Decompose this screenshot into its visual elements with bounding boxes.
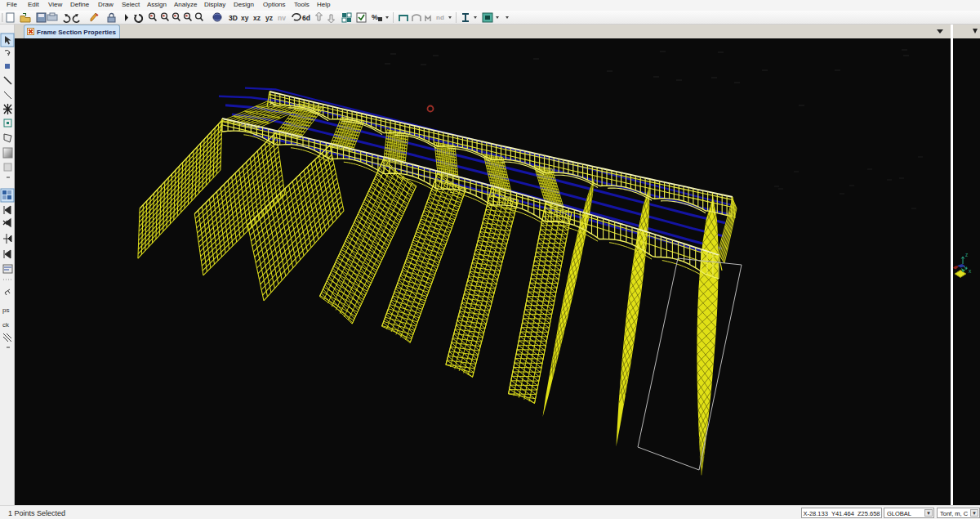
svg-text:x: x: [969, 268, 972, 274]
svg-text:ck: ck: [2, 321, 10, 329]
svg-text:6d: 6d: [302, 14, 310, 22]
svg-text:nv: nv: [278, 14, 286, 22]
svg-text:xz: xz: [253, 14, 261, 22]
svg-text:3D: 3D: [229, 14, 238, 22]
svg-text:z: z: [965, 252, 968, 257]
svg-text:ps: ps: [2, 306, 9, 314]
svg-text:yz: yz: [265, 14, 273, 22]
svg-text:xy: xy: [241, 14, 249, 22]
svg-text:%: %: [372, 13, 378, 21]
svg-text:nd: nd: [436, 14, 444, 21]
